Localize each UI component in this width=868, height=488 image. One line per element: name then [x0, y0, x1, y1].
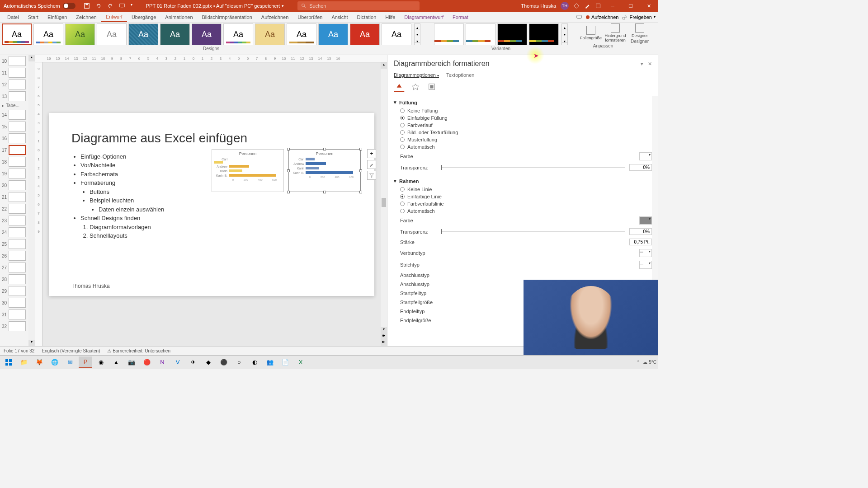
theme-9[interactable]: Aa — [255, 23, 285, 45]
user-avatar[interactable]: TH — [561, 2, 569, 10]
tab-format[interactable]: Format — [448, 13, 473, 22]
theme-10[interactable]: Aa — [287, 23, 316, 45]
outlook-icon[interactable]: ✉ — [63, 357, 77, 368]
accessibility-check[interactable]: ⚠ Barrierefreiheit: Untersuchen — [107, 348, 170, 353]
variant-3[interactable] — [497, 23, 527, 45]
tab-ueberpruefen[interactable]: Überprüfen — [293, 13, 327, 22]
tab-aufzeichnen[interactable]: Aufzeichnen — [257, 13, 293, 22]
fuellung-header[interactable]: ▾Füllung — [394, 98, 652, 107]
maximize-button[interactable]: ☐ — [624, 0, 637, 12]
fill-solid-radio[interactable]: Einfarbige Füllung — [400, 114, 652, 122]
app7-icon[interactable]: 👥 — [263, 357, 277, 368]
vlc-icon[interactable]: ▲ — [109, 357, 123, 368]
pane-close-button[interactable]: ✕ — [648, 61, 652, 67]
variant-1[interactable] — [434, 23, 464, 45]
fill-color-button[interactable] — [639, 152, 652, 160]
slide-canvas[interactable]: Diagramme aus Excel einfügen Einfüge-Opt… — [42, 62, 381, 346]
line-transparency-input[interactable] — [629, 228, 652, 235]
line-transparency-slider[interactable] — [441, 231, 625, 232]
tab-bildschirm[interactable]: Bildschirmpräsentation — [198, 13, 257, 22]
verbundtyp-button[interactable]: ═ — [639, 249, 652, 257]
start-button[interactable] — [2, 357, 15, 368]
theme-12[interactable]: Aa — [350, 23, 380, 45]
sel-handle[interactable] — [359, 191, 362, 193]
autosave-toggle[interactable]: Automatisches Speichern — [0, 3, 79, 9]
variant-2[interactable] — [466, 23, 495, 45]
app2-icon[interactable]: 📷 — [125, 357, 138, 368]
app5-icon[interactable]: ○ — [232, 357, 246, 368]
fill-auto-radio[interactable]: Automatisch — [400, 143, 652, 150]
variant-4[interactable] — [529, 23, 559, 45]
line-solid-radio[interactable]: Einfarbige Linie — [400, 193, 652, 200]
sel-handle[interactable] — [323, 191, 326, 193]
theme-13[interactable]: Aa — [382, 23, 411, 45]
pen-icon[interactable] — [584, 3, 590, 9]
theme-11[interactable]: Aa — [318, 23, 348, 45]
sel-handle[interactable] — [323, 148, 326, 150]
fill-none-radio[interactable]: Keine Füllung — [400, 107, 652, 114]
title-dropdown-icon[interactable]: ▾ — [282, 4, 284, 8]
minimize-button[interactable]: ─ — [606, 0, 619, 12]
next-slide[interactable]: ⏭ — [381, 340, 387, 346]
search-box[interactable]: Suchen — [297, 1, 420, 10]
hintergrund-button[interactable]: Hintergrund formatieren — [603, 23, 627, 42]
app4-icon[interactable]: ◆ — [202, 357, 215, 368]
theme-5[interactable]: Aa — [128, 23, 158, 45]
app-icon[interactable]: ◉ — [94, 357, 108, 368]
app6-icon[interactable]: ◐ — [248, 357, 261, 368]
tab-ansicht[interactable]: Ansicht — [327, 13, 352, 22]
size-props-icon[interactable] — [426, 81, 437, 92]
theme-3[interactable]: Aa — [65, 23, 95, 45]
scroll-up[interactable]: ▴ — [381, 62, 387, 69]
chart-filter-button[interactable] — [367, 171, 376, 180]
chart-styles-button[interactable] — [367, 160, 376, 169]
explorer-icon[interactable]: 📁 — [17, 357, 31, 368]
chart-1[interactable]: Personen Carl Andrew Karin Karin B. 0200… — [212, 149, 284, 192]
fill-gradient-radio[interactable]: Farbverlauf — [400, 122, 652, 129]
theme-1[interactable]: Aa — [2, 23, 32, 45]
app3-icon[interactable]: 🔴 — [140, 357, 154, 368]
tab-zeichnen[interactable]: Zeichnen — [71, 13, 101, 22]
prev-slide[interactable]: ⏮ — [381, 333, 387, 340]
chart-elements-button[interactable]: + — [367, 149, 376, 158]
obs-icon[interactable]: ⚫ — [217, 357, 231, 368]
effects-icon[interactable] — [410, 81, 421, 92]
chrome-icon[interactable]: 🌐 — [48, 357, 61, 368]
line-gradient-radio[interactable]: Farbverlaufslinie — [400, 200, 652, 207]
theme-4[interactable]: Aa — [97, 23, 127, 45]
pane-dropdown-icon[interactable]: ▾ — [641, 61, 643, 67]
sel-handle[interactable] — [359, 169, 362, 172]
staerke-input[interactable] — [629, 239, 652, 245]
tab-einfuegen[interactable]: Einfügen — [43, 13, 71, 22]
theme-7[interactable]: Aa — [192, 23, 222, 45]
tab-dictation[interactable]: Dictation — [352, 13, 381, 22]
sel-handle[interactable] — [359, 148, 362, 150]
thumb-scroll-down[interactable]: ▾ — [28, 340, 35, 346]
tray-chevron-icon[interactable]: ˄ — [637, 360, 639, 365]
fill-transparency-input[interactable] — [629, 164, 652, 171]
line-none-radio[interactable]: Keine Linie — [400, 186, 652, 193]
fill-transparency-slider[interactable] — [441, 167, 625, 168]
line-color-button[interactable] — [639, 216, 652, 225]
freigeben-button[interactable]: Freigeben▾ — [622, 14, 656, 20]
vscode-icon[interactable]: V — [171, 357, 184, 368]
window-icon[interactable] — [595, 3, 601, 9]
user-name[interactable]: Thomas Hruska — [521, 3, 556, 9]
sel-handle[interactable] — [287, 191, 290, 193]
redo-icon[interactable] — [107, 3, 113, 9]
telegram-icon[interactable]: ✈ — [186, 357, 200, 368]
foliengroesse-button[interactable]: Foliengröße — [579, 23, 603, 42]
language-indicator[interactable]: Englisch (Vereinigte Staaten) — [42, 348, 100, 353]
sel-handle[interactable] — [287, 169, 290, 172]
theme-8[interactable]: Aa — [223, 23, 253, 45]
thumb-scroll-up[interactable]: ▴ — [28, 55, 35, 61]
onenote-icon[interactable]: N — [156, 357, 169, 368]
aufzeichnen-button[interactable]: Aufzeichnen — [586, 14, 619, 20]
firefox-icon[interactable]: 🦊 — [33, 357, 46, 368]
save-icon[interactable] — [84, 3, 90, 9]
rahmen-header[interactable]: ▾Rahmen — [394, 176, 652, 186]
scroll-down[interactable]: ▾ — [381, 327, 387, 333]
close-button[interactable]: ✕ — [642, 0, 656, 12]
chart-2[interactable]: Personen Carl Andrew Karin Karin B. 0200… — [288, 149, 361, 192]
tab-datei[interactable]: Datei — [3, 13, 24, 22]
